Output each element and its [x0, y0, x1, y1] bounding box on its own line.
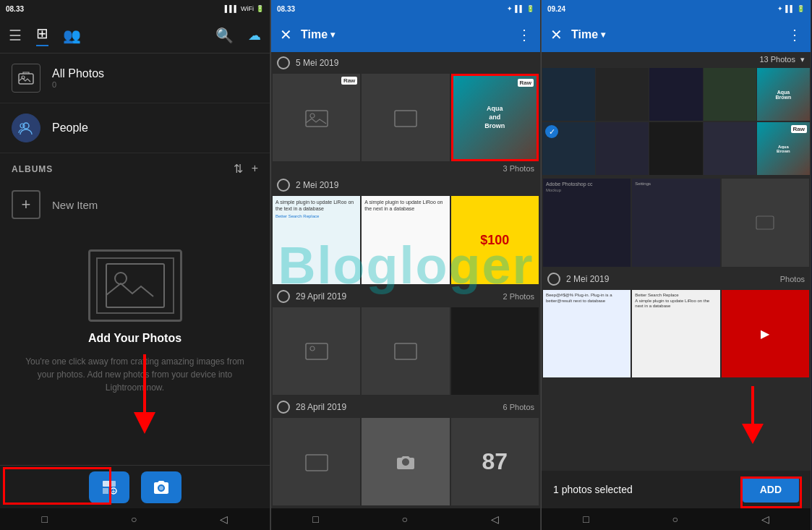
screen-1: 08.33 ▌▌▌ WiFi 🔋 ☰ ⊞ 👥 🔍 ☁: [0, 0, 270, 530]
photo-cell-2-1[interactable]: A simple plugin to update LiRoo on the t…: [273, 196, 360, 283]
status-bar-1: 08.33 ▌▌▌ WiFi 🔋: [0, 0, 270, 17]
thumb-6[interactable]: ✓: [542, 122, 595, 175]
screen1-content: All Photos 0 People ALBUMS ⇅ +: [0, 54, 270, 465]
square-nav-3[interactable]: □: [583, 513, 589, 525]
dc-s3: [547, 273, 560, 286]
empty-title: Add Your Photos: [88, 332, 181, 345]
back-nav[interactable]: ◁: [220, 513, 228, 525]
android-nav-2: □ ○ ◁: [271, 508, 540, 530]
count-bar-1: 3 Photos: [271, 163, 540, 174]
card-s3-text: Adobe Photoshop cc: [546, 181, 628, 187]
close-button-3[interactable]: ✕: [550, 26, 563, 43]
thumb-3[interactable]: [649, 68, 702, 121]
photo-grid-4: 87: [271, 418, 540, 507]
photo-cell-3-2[interactable]: [362, 307, 449, 395]
photo-cell-4-2[interactable]: [362, 418, 449, 505]
aqua-brown-photo: AquaandBrown: [453, 76, 537, 159]
grid-icon[interactable]: ⊞: [36, 25, 48, 46]
ph-s3-5[interactable]: Better Search ReplaceA simple plugin to …: [632, 290, 719, 377]
thumb-row-2: ✓ AquaBrown Raw: [542, 121, 811, 176]
status-icons-3: ✦ ▌▌ 🔋: [777, 5, 805, 12]
photos-count-bar: 13 Photos ▾: [542, 52, 811, 67]
svg-rect-9: [111, 481, 116, 487]
home-nav-2[interactable]: ○: [402, 513, 408, 525]
ph-s3-1[interactable]: Adobe Photoshop cc Mockup: [543, 179, 631, 266]
photo-grid-s3-1: Adobe Photoshop cc Mockup Settings: [542, 179, 811, 268]
screen2-grid-container[interactable]: 5 Mei 2019 Raw: [271, 52, 540, 508]
empty-state: Add Your Photos You're one click away fr…: [0, 228, 270, 409]
more-button-2[interactable]: ⋮: [517, 26, 531, 43]
thumb-1[interactable]: [542, 68, 595, 121]
add-button[interactable]: ADD: [743, 476, 799, 503]
more-button-3[interactable]: ⋮: [787, 26, 802, 43]
photo-cell-2-3[interactable]: $100: [451, 196, 539, 283]
svg-point-12: [159, 486, 163, 490]
people-item[interactable]: People: [0, 103, 270, 153]
ph-s3-3-inner: [722, 179, 809, 266]
ph-s3-6[interactable]: ▶: [722, 290, 809, 377]
battery3-icon: 🔋: [797, 5, 805, 12]
photo-cell-1-1[interactable]: Raw: [273, 74, 360, 161]
ph-s3-4[interactable]: Beep@#$@% Plug-in. Plug-in is a better@r…: [543, 290, 631, 377]
photo-cell-4-3[interactable]: 87: [451, 418, 539, 505]
close-button-2[interactable]: ✕: [280, 26, 292, 43]
square-nav-2[interactable]: □: [312, 513, 318, 525]
android-nav-3: □ ○ ◁: [542, 508, 811, 530]
all-photos-item[interactable]: All Photos 0: [0, 54, 270, 103]
back-nav-3[interactable]: ◁: [761, 513, 769, 525]
screen3-grid-container[interactable]: AquaBrown ✓ AquaBrown Raw Adobe Photosho…: [542, 67, 811, 471]
photo-cell-1-2[interactable]: [362, 74, 449, 161]
card-text: A simple plugin to update LiRoo on the t…: [275, 199, 357, 212]
screen2-header: ✕ Time ▾ ⋮: [271, 17, 540, 52]
time-3: 09.24: [547, 5, 565, 13]
ph-s3-3[interactable]: [722, 179, 809, 266]
date-label-2: 2 Mei 2019: [296, 180, 534, 190]
content-s3-2-text: Better Search ReplaceA simple plugin to …: [635, 293, 717, 309]
photo-cell-1-3[interactable]: AquaandBrown Raw: [451, 74, 539, 161]
title-3: Time ▾: [571, 28, 779, 41]
cloud-icon[interactable]: ☁: [248, 27, 261, 43]
card-sub: Better Search Replace: [275, 214, 357, 218]
android-nav-1: □ ○ ◁: [0, 508, 270, 530]
photo-cell-2-2[interactable]: A simple plugin to update LiRoo on the n…: [362, 196, 449, 283]
camera-button[interactable]: [141, 471, 181, 503]
thumb-5[interactable]: AquaBrown: [757, 68, 810, 121]
check-badge: ✓: [545, 125, 558, 138]
ph-s3-2[interactable]: Settings: [632, 179, 719, 266]
add-album-icon[interactable]: +: [252, 162, 258, 176]
date-header-4: 28 April 2019 6 Photos: [271, 396, 540, 418]
battery-icon: 🔋: [256, 5, 264, 12]
thumb-7[interactable]: [596, 122, 649, 175]
thumb-8[interactable]: [649, 122, 702, 175]
import-button[interactable]: +: [89, 471, 129, 503]
battery2-icon: 🔋: [526, 5, 534, 12]
thumb-2[interactable]: [596, 68, 649, 121]
svg-rect-20: [395, 343, 416, 359]
hamburger-icon[interactable]: ☰: [9, 27, 22, 44]
home-nav[interactable]: ○: [131, 513, 137, 525]
albums-title: ALBUMS: [12, 164, 53, 174]
svg-rect-13: [306, 111, 328, 127]
photo-cell-3-3[interactable]: [451, 307, 539, 395]
home-nav-3[interactable]: ○: [672, 513, 678, 525]
new-item-row[interactable]: + New Item: [0, 181, 270, 228]
card-s3-1: Adobe Photoshop cc Mockup: [543, 179, 631, 266]
date-label-4: 28 April 2019: [296, 402, 503, 412]
svg-point-3: [20, 124, 25, 128]
ph-3-2: [362, 307, 449, 395]
num-photo: 87: [451, 418, 539, 505]
search-icon[interactable]: 🔍: [215, 27, 234, 44]
people-icon[interactable]: 👥: [63, 27, 81, 44]
new-item-label: New Item: [52, 199, 98, 211]
empty-photo-icon: [88, 249, 182, 322]
thumb-9[interactable]: [704, 122, 756, 175]
photo-cell-3-1[interactable]: [273, 307, 360, 395]
square-nav[interactable]: □: [42, 513, 48, 525]
back-nav-2[interactable]: ◁: [491, 513, 499, 525]
status-icons-1: ▌▌▌ WiFi 🔋: [225, 5, 264, 12]
svg-point-5: [115, 273, 127, 284]
photo-cell-4-1[interactable]: [273, 418, 360, 505]
thumb-4[interactable]: [704, 68, 756, 121]
sort-icon[interactable]: ⇅: [234, 162, 243, 176]
thumb-10[interactable]: AquaBrown Raw: [757, 122, 810, 175]
